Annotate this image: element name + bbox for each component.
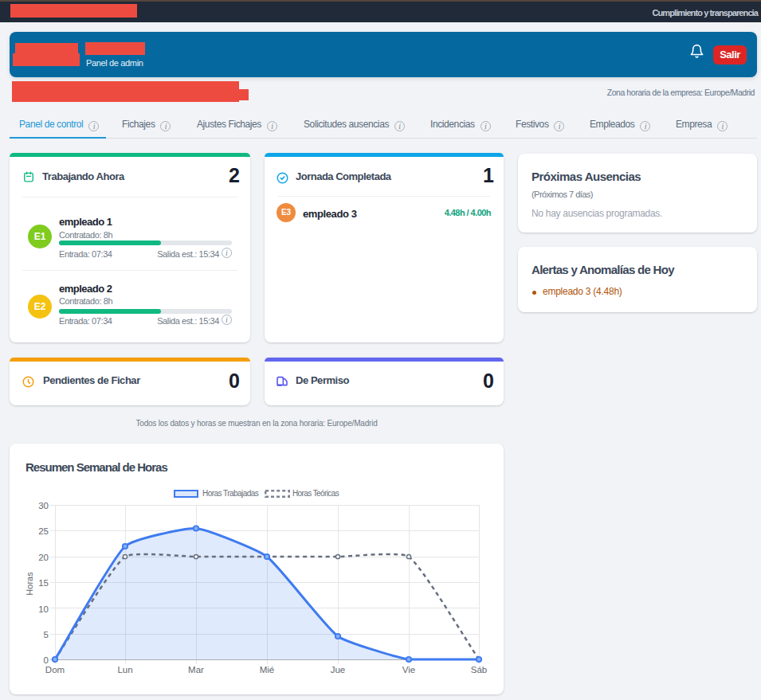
svg-text:15: 15 <box>38 578 49 588</box>
svg-text:10: 10 <box>38 604 49 614</box>
svg-text:Dom: Dom <box>45 665 65 675</box>
svg-text:Mar: Mar <box>188 665 204 675</box>
svg-text:Vie: Vie <box>402 665 415 675</box>
svg-text:Sáb: Sáb <box>471 665 487 675</box>
svg-text:0: 0 <box>44 655 49 665</box>
svg-text:Horas: Horas <box>25 572 34 596</box>
svg-text:30: 30 <box>38 501 49 510</box>
svg-text:20: 20 <box>38 553 49 562</box>
svg-text:Jue: Jue <box>331 665 346 675</box>
svg-text:25: 25 <box>38 526 49 536</box>
svg-text:5: 5 <box>44 630 49 639</box>
svg-text:Mié: Mié <box>260 665 275 675</box>
svg-text:Lun: Lun <box>117 665 132 675</box>
